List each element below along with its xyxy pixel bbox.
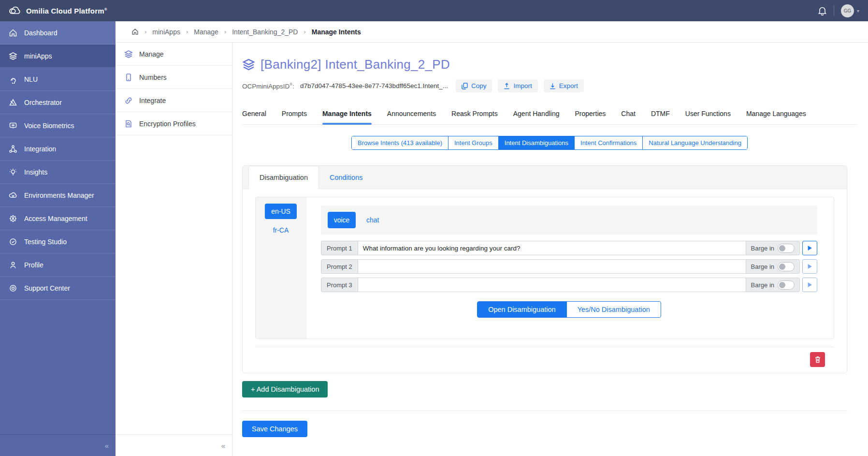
subsidebar-item-numbers[interactable]: Numbers — [116, 66, 232, 89]
tab-user-functions[interactable]: User Functions — [685, 110, 731, 124]
app-id-row: OCPminiAppsID®: d7b7d047-4785-43ee-8e77-… — [242, 79, 857, 92]
link-icon — [124, 96, 133, 105]
subtab-browse-intents[interactable]: Browse Intents (413 available) — [352, 136, 448, 149]
home-icon — [9, 29, 17, 37]
cloud-logo-icon — [9, 6, 21, 15]
subsidebar-item-encryption-profiles[interactable]: Encryption Profiles — [116, 112, 232, 135]
voice-biometrics-icon — [9, 121, 17, 130]
prompt-list: Prompt 1 Barge in — [321, 241, 817, 292]
export-button[interactable]: Export — [544, 79, 584, 92]
sidebar-item-profile[interactable]: Profile — [0, 253, 116, 277]
subtab-intent-disambiguations[interactable]: Intent Disambiguations — [499, 136, 575, 149]
tab-chat[interactable]: Chat — [621, 110, 636, 124]
prompt-3-play-button[interactable] — [802, 278, 817, 292]
gear-person-icon — [9, 214, 17, 223]
user-menu[interactable]: GG ▾ — [841, 4, 859, 17]
sidebar-collapse-icon[interactable]: « — [105, 441, 109, 450]
add-disambiguation-button[interactable]: + Add Disambiguation — [242, 381, 328, 397]
sidebar-item-access-management[interactable]: Access Management — [0, 207, 116, 230]
delete-disambiguation-button[interactable] — [810, 352, 825, 367]
avatar[interactable]: GG — [841, 4, 854, 17]
orchestrator-icon — [9, 98, 17, 107]
prompt-3-input[interactable] — [358, 278, 746, 292]
tab-bar: General Prompts Manage Intents Announcem… — [242, 110, 857, 125]
subsidebar-item-manage[interactable]: Manage — [116, 43, 232, 66]
sidebar-item-testing-studio[interactable]: Testing Studio — [0, 230, 116, 253]
save-changes-button[interactable]: Save Changes — [242, 421, 307, 437]
prompt-1-barge-cell: Barge in — [746, 241, 800, 255]
layers-icon — [9, 52, 17, 60]
prompt-row-3: Prompt 3 Barge in — [321, 278, 817, 292]
language-column: en-US fr-CA — [256, 197, 306, 338]
prompt-1-barge-toggle[interactable] — [778, 244, 795, 253]
sidebar-item-support-center[interactable]: Support Center — [0, 277, 116, 300]
tab-announcements[interactable]: Announcements — [387, 110, 436, 124]
breadcrumb-home-icon[interactable] — [131, 28, 139, 35]
brand-name: Omilia Cloud Platform® — [26, 7, 107, 15]
tab-reask-prompts[interactable]: Reask Prompts — [451, 110, 498, 124]
language-tab-en-us[interactable]: en-US — [265, 204, 297, 219]
language-tab-fr-ca[interactable]: fr-CA — [273, 226, 289, 234]
breadcrumb-miniapps[interactable]: miniApps — [152, 28, 180, 36]
sidebar-item-dashboard[interactable]: Dashboard — [0, 21, 116, 44]
subtab-intent-groups[interactable]: Intent Groups — [448, 136, 499, 149]
app-id-label: OCPminiAppsID®: — [242, 82, 294, 90]
bell-icon[interactable] — [818, 6, 827, 15]
sidebar-item-voice-biometrics[interactable]: Voice Biometrics — [0, 114, 116, 137]
caret-down-icon[interactable]: ▾ — [857, 8, 859, 14]
phone-icon — [124, 73, 133, 82]
prompt-2-play-button[interactable] — [802, 259, 817, 274]
main-content: [Banking2] Intent_Banking_2_PD OCPminiAp… — [232, 43, 868, 456]
sidebar-item-integration[interactable]: Integration — [0, 137, 116, 161]
bottom-divider — [242, 411, 847, 411]
sidebar-item-nlu[interactable]: NLU — [0, 68, 116, 91]
sidebar-item-miniapps[interactable]: miniApps — [0, 44, 116, 68]
play-icon — [807, 282, 812, 288]
breadcrumb-bar: › miniApps › Manage › Intent_Banking_2_P… — [116, 21, 868, 43]
prompt-1-play-button[interactable] — [802, 241, 817, 255]
channel-tab-voice[interactable]: voice — [328, 212, 356, 228]
disambiguation-mode-row: Open Disambiguation Yes/No Disambiguatio… — [321, 301, 817, 318]
prompt-row-1: Prompt 1 Barge in — [321, 241, 817, 255]
tab-prompts[interactable]: Prompts — [282, 110, 307, 124]
sidebar-item-environments-manager[interactable]: Environments Manager — [0, 184, 116, 207]
prompt-1-input[interactable] — [358, 241, 746, 255]
cloud-settings-icon — [9, 191, 17, 200]
sidebar-item-orchestrator[interactable]: Orchestrator — [0, 91, 116, 114]
sidebar-item-insights[interactable]: Insights — [0, 161, 116, 184]
play-icon — [807, 245, 812, 251]
breadcrumb-manage[interactable]: Manage — [194, 28, 218, 36]
card-tab-conditions[interactable]: Conditions — [319, 166, 374, 189]
document-search-icon — [124, 119, 133, 128]
breadcrumb-app[interactable]: Intent_Banking_2_PD — [232, 28, 298, 36]
network-icon — [9, 145, 17, 153]
copy-icon — [462, 83, 468, 89]
open-disambiguation-button[interactable]: Open Disambiguation — [477, 301, 566, 318]
tab-general[interactable]: General — [242, 110, 266, 124]
tab-dtmf[interactable]: DTMF — [651, 110, 670, 124]
prompt-2-input[interactable] — [358, 259, 746, 274]
badge-check-icon — [9, 237, 17, 246]
tab-properties[interactable]: Properties — [575, 110, 606, 124]
copy-button[interactable]: Copy — [456, 79, 492, 92]
subsidebar-item-integrate[interactable]: Integrate — [116, 89, 232, 112]
page-title: [Banking2] Intent_Banking_2_PD — [260, 57, 450, 72]
card-tab-disambiguation[interactable]: Disambiguation — [248, 166, 319, 189]
subtab-nlu[interactable]: Natural Language Understanding — [643, 136, 747, 149]
yesno-disambiguation-button[interactable]: Yes/No Disambiguation — [567, 301, 661, 318]
channel-tab-chat[interactable]: chat — [366, 216, 379, 224]
tab-agent-handling[interactable]: Agent Handling — [513, 110, 560, 124]
prompt-3-barge-cell: Barge in — [746, 278, 800, 292]
tab-manage-intents[interactable]: Manage Intents — [322, 110, 372, 124]
prompt-2-barge-toggle[interactable] — [778, 262, 795, 271]
subtab-intent-confirmations[interactable]: Intent Confirmations — [575, 136, 643, 149]
secondary-sidebar-footer: « — [116, 434, 232, 456]
prompt-3-barge-toggle[interactable] — [778, 280, 795, 290]
breadcrumb-current: Manage Intents — [312, 28, 361, 36]
lightbulb-icon — [9, 168, 17, 177]
top-bar: Omilia Cloud Platform® GG ▾ — [0, 0, 868, 21]
tab-manage-languages[interactable]: Manage Languages — [746, 110, 806, 124]
panel-collapse-icon[interactable]: « — [221, 441, 225, 450]
import-button[interactable]: Import — [498, 79, 537, 92]
topbar-divider — [834, 5, 834, 16]
